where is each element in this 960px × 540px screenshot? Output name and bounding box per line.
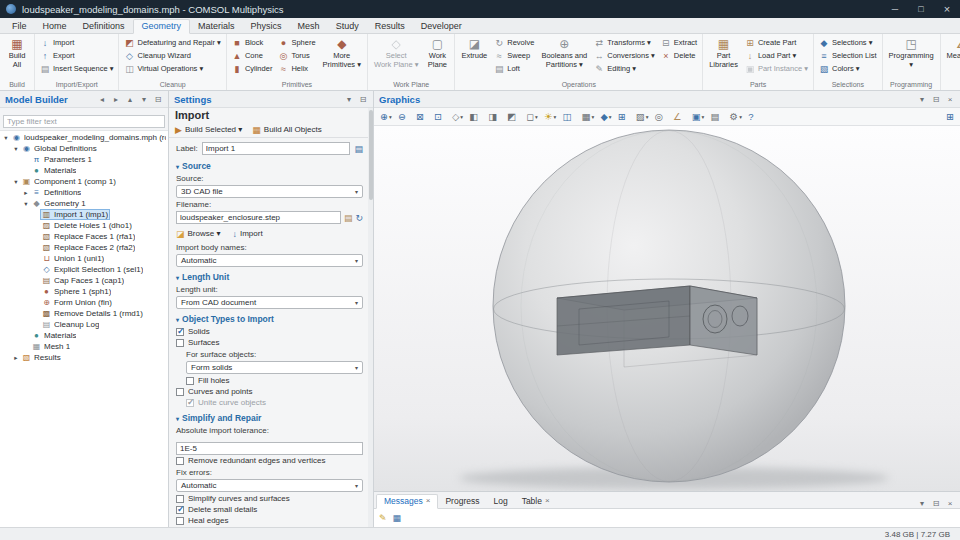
part-libraries-button[interactable]: ▦ Part Libraries <box>706 36 741 70</box>
select-entities-icon[interactable]: ◆ ▾ <box>599 109 616 124</box>
import-button[interactable]: ↓ Import <box>38 36 115 49</box>
projection-icon[interactable]: ◻ ▾ <box>524 109 542 124</box>
tree-item-cap-faces-1[interactable]: ▤ Cap Faces 1 (cap1) <box>0 275 168 286</box>
close-button[interactable]: × <box>934 0 960 18</box>
more-primitives-button[interactable]: ◆ More Primitives ▾ <box>320 36 364 70</box>
import-button[interactable]: ↓ Import <box>232 229 262 239</box>
tab-geometry[interactable]: Geometry <box>133 19 191 34</box>
part-instance-button[interactable]: ▣ Part Instance ▾ <box>743 62 810 75</box>
filter-input[interactable] <box>3 115 165 128</box>
tree-item-definitions[interactable]: ▸ ≡ Definitions <box>0 187 168 198</box>
view-yz-plane-icon[interactable]: ◨ <box>486 109 505 124</box>
surfaces-checkbox[interactable]: Surfaces <box>176 337 363 348</box>
export-button[interactable]: ↑ Export <box>38 49 115 62</box>
tab-home[interactable]: Home <box>35 20 75 33</box>
help-icon[interactable]: ? <box>746 109 761 124</box>
delete-button[interactable]: × Delete <box>659 49 699 62</box>
measure-button[interactable]: ∠ Measure <box>944 36 960 62</box>
length-unit-select[interactable]: From CAD document <box>176 296 363 309</box>
tree-item-delete-holes-1[interactable]: ▨ Delete Holes 1 (dho1) <box>0 220 168 231</box>
pencil-icon[interactable]: ✎ <box>379 513 387 523</box>
float-icon[interactable]: ⊟ <box>153 95 163 104</box>
tree-item-cleanup-log[interactable]: ▤ Cleanup Log <box>0 319 168 330</box>
refresh-icon[interactable]: ↻ <box>355 213 363 223</box>
revolve-button[interactable]: ↻ Revolve <box>492 36 536 49</box>
section-source[interactable]: Source <box>176 160 363 172</box>
image-snapshot-icon[interactable]: ▣ ▾ <box>690 109 709 124</box>
heal-edges-checkbox[interactable]: Heal edges <box>176 515 363 526</box>
close-tab-icon[interactable] <box>545 497 550 505</box>
zoom-box-icon[interactable]: ⊠ <box>414 109 432 124</box>
tree-caret-icon[interactable]: ▾ <box>22 200 30 208</box>
plot-settings-icon[interactable]: ⚙ ▾ <box>728 109 747 124</box>
tree-caret-icon[interactable]: ▾ <box>12 145 20 153</box>
solids-checkbox[interactable]: Solids <box>176 326 363 337</box>
tree-item-global-definitions[interactable]: ▾ ◉ Global Definitions <box>0 143 168 154</box>
tab-study[interactable]: Study <box>328 20 367 33</box>
tree-item-form-union[interactable]: ⊕ Form Union (fin) <box>0 297 168 308</box>
wireframe-rendering-icon[interactable]: ▦ ▾ <box>580 109 599 124</box>
booleans-and-partitions-button[interactable]: ⊕ Booleans and Partitions ▾ <box>538 36 590 70</box>
settings-scrollbar[interactable] <box>368 108 373 527</box>
torus-button[interactable]: ◎ Torus <box>276 49 317 62</box>
tree-item-remove-details-1[interactable]: ▩ Remove Details 1 (rmd1) <box>0 308 168 319</box>
insert-sequence-button[interactable]: ▤ Insert Sequence ▾ <box>38 62 115 75</box>
float-icon[interactable]: ⊟ <box>931 499 941 508</box>
tree-item-replace-faces-2[interactable]: ▧ Replace Faces 2 (rfa2) <box>0 242 168 253</box>
open-file-icon[interactable]: ▤ <box>344 213 353 223</box>
tree-item-mesh-1[interactable]: ▦ Mesh 1 <box>0 341 168 352</box>
helix-button[interactable]: ≈ Helix <box>276 62 317 75</box>
scene-light-icon[interactable]: ☀ ▾ <box>542 109 561 124</box>
extrude-button[interactable]: ◪ Extrude <box>458 36 490 62</box>
for-surface-objects-select[interactable]: Form solids <box>186 361 363 374</box>
tab-table[interactable]: Table <box>515 495 557 508</box>
tree-caret-icon[interactable]: ▸ <box>12 354 20 362</box>
selection-list-button[interactable]: ≡ Selection List <box>817 49 879 62</box>
menu-icon[interactable]: ▾ <box>139 95 149 104</box>
view-zx-plane-icon[interactable]: ◩ <box>505 109 524 124</box>
tree-item-union-1[interactable]: ⊔ Union 1 (uni1) <box>0 253 168 264</box>
tree-caret-icon[interactable]: ▾ <box>12 178 20 186</box>
show-all-icon[interactable]: ◎ <box>653 109 671 124</box>
minimize-button[interactable]: ─ <box>882 0 908 18</box>
load-part-button[interactable]: ↓ Load Part ▾ <box>743 49 810 62</box>
select-work-plane-button[interactable]: ◇ Select Work Plane ▾ <box>371 36 421 70</box>
select-box-icon[interactable]: ⊞ <box>616 109 634 124</box>
cylinder-button[interactable]: ▮ Cylinder <box>230 62 275 75</box>
extract-button[interactable]: ⊟ Extract <box>659 36 699 49</box>
label-input[interactable] <box>202 142 351 155</box>
print-icon[interactable]: ▤ <box>709 109 728 124</box>
menu-icon[interactable]: ▾ <box>344 95 354 104</box>
delete-small-details-checkbox[interactable]: Delete small details <box>176 504 363 515</box>
programming-button[interactable]: ◳ Programming ▾ <box>886 36 937 70</box>
tree-item-explicit-selection-1[interactable]: ◇ Explicit Selection 1 (sel1) <box>0 264 168 275</box>
tab-results[interactable]: Results <box>367 20 413 33</box>
tree-item-import-1[interactable]: ▥ Import 1 (imp1) <box>0 209 168 220</box>
work-plane-button[interactable]: ▢ Work Plane <box>423 36 451 70</box>
loft-button[interactable]: ▤ Loft <box>492 62 536 75</box>
source-type-select[interactable]: 3D CAD file <box>176 185 363 198</box>
collapse-all-icon[interactable]: ▴ <box>125 95 135 104</box>
tab-progress[interactable]: Progress <box>438 495 486 508</box>
maximize-button[interactable]: □ <box>908 0 934 18</box>
zoom-extents-icon[interactable]: ⊡ <box>432 109 450 124</box>
measure-icon[interactable]: ∠ <box>671 109 690 124</box>
conversions-button[interactable]: ↔ Conversions ▾ <box>592 49 657 62</box>
defeaturing-and-repair-button[interactable]: ◩ Defeaturing and Repair ▾ <box>122 36 222 49</box>
browse-button[interactable]: ◪ Browse ▾ <box>176 229 220 239</box>
table-icon[interactable]: ▦ <box>393 513 402 523</box>
tab-messages[interactable]: Messages <box>376 494 438 509</box>
sweep-button[interactable]: ≈ Sweep <box>492 49 536 62</box>
tree-item-component-1[interactable]: ▾ ▣ Component 1 (comp 1) <box>0 176 168 187</box>
tree-item-materials-global[interactable]: ● Materials <box>0 165 168 176</box>
tab-file[interactable]: File <box>4 20 35 33</box>
graphics-canvas[interactable] <box>374 126 960 491</box>
tab-log[interactable]: Log <box>486 495 514 508</box>
tree-caret-icon[interactable]: ▾ <box>2 134 10 142</box>
tab-materials[interactable]: Materials <box>190 20 243 33</box>
import-body-names-select[interactable]: Automatic <box>176 254 363 267</box>
transparency-icon[interactable]: ◫ <box>561 109 580 124</box>
tree-item-sphere-1[interactable]: ● Sphere 1 (sph1) <box>0 286 168 297</box>
menu-icon[interactable]: ▾ <box>917 95 927 104</box>
fix-errors-select[interactable]: Automatic <box>176 479 363 492</box>
